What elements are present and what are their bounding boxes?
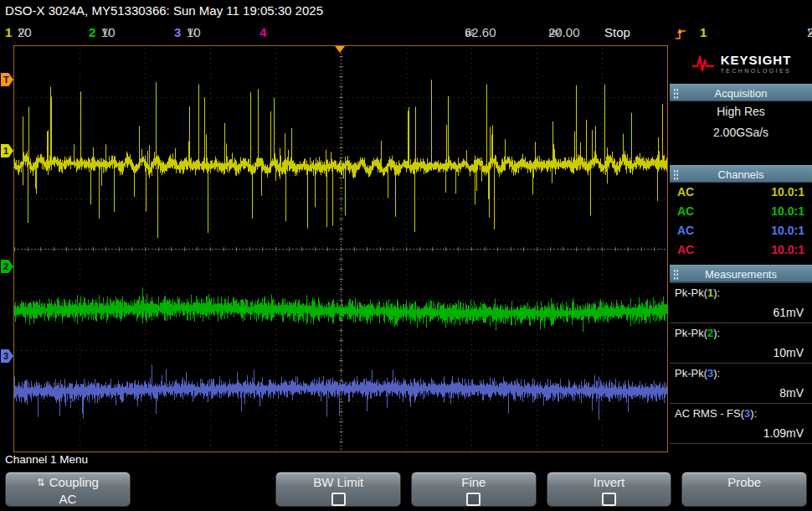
run-state-indicator: Stop	[604, 22, 630, 44]
channels-header: Channels	[670, 165, 812, 183]
acquisition-mode: High Res	[670, 101, 812, 122]
timebase-readout: 20.00µs/	[465, 22, 548, 44]
measurement-value: 10mV	[670, 343, 812, 363]
channel-1-settings-row: AC10.0:1	[670, 183, 812, 202]
waveform-canvas	[14, 46, 667, 452]
waveform-display	[13, 45, 668, 452]
softkey-invert[interactable]: Invert	[547, 472, 672, 507]
measurements-list: Pk-Pk(1):61mVPk-Pk(2):10mVPk-Pk(3):8mVAC…	[670, 282, 812, 444]
grip-icon	[673, 88, 679, 99]
softkey-probe[interactable]: Probe	[681, 472, 807, 507]
trigger-source-readout: 1	[700, 22, 707, 44]
trigger-delay-readout: 62.60µs	[381, 22, 465, 44]
acquisition-header: Acquisition	[670, 84, 812, 101]
marker-2[interactable]: 2	[1, 260, 13, 273]
grip-icon	[673, 169, 679, 180]
keysight-logo: KEYSIGHT TECHNOLOGIES	[670, 44, 812, 84]
marker-t[interactable]: T	[1, 73, 13, 86]
measurements-header: Measurements	[670, 265, 812, 282]
ch3-status-number[interactable]: 3	[174, 22, 181, 44]
title-bar: DSO-X 3024A, MY51330366: Sun May 11 19:0…	[0, 0, 812, 22]
acquisition-sample-rate: 2.00GSa/s	[670, 122, 812, 143]
softkey-label: Invert	[594, 475, 625, 490]
measurement-value: 61mV	[670, 303, 812, 323]
channel-4-settings-row: AC10.0:1	[670, 240, 812, 260]
marker-3[interactable]: 3	[1, 349, 13, 363]
keysight-spark-icon	[691, 53, 716, 75]
softkey-menu-title: Channel 1 Menu	[5, 452, 88, 467]
ch2-status-number[interactable]: 2	[89, 22, 95, 44]
ch1-status-number[interactable]: 1	[5, 22, 12, 44]
grip-icon	[673, 269, 679, 280]
ch4-status-number[interactable]: 4	[260, 22, 266, 44]
softkey-empty-slot	[141, 472, 266, 507]
measurement-cell-3: Pk-Pk(3):8mV	[670, 364, 812, 404]
measurement-cell-4: AC RMS - FS(3):1.09mV	[670, 404, 812, 444]
measurement-cell-1: Pk-Pk(1):61mV	[670, 283, 812, 323]
measurement-cell-2: Pk-Pk(2):10mV	[670, 323, 812, 364]
channel-3-settings-row: AC10.0:1	[670, 221, 812, 240]
channel-settings-list: AC10.0:1AC10.0:1AC10.0:1AC10.0:1	[670, 183, 812, 260]
softkey-bw-limit[interactable]: BW Limit	[275, 472, 401, 507]
softkey-label: Fine	[461, 475, 486, 490]
marker-1[interactable]: 1	[1, 144, 13, 157]
channel-2-settings-row: AC10.0:1	[670, 202, 812, 221]
status-bar: 1 20V/ 2 10V/ 3 10V/ 4 62.60µs 20.00µs/ …	[0, 22, 812, 44]
oscilloscope-screen: DSO-X 3024A, MY51330366: Sun May 11 19:0…	[0, 0, 812, 511]
logo-brand-text: KEYSIGHT	[721, 54, 792, 66]
softkey-label: BW Limit	[313, 475, 363, 490]
softkey-label: Coupling	[49, 475, 99, 490]
trigger-time-marker[interactable]	[335, 46, 345, 53]
measurement-value: 1.09mV	[670, 424, 812, 443]
instrument-id: DSO-X 3024A, MY51330366: Sun May 11 19:0…	[5, 3, 323, 18]
updown-arrows-icon: ⇅	[37, 475, 45, 490]
softkey-label: Probe	[727, 475, 761, 490]
trigger-edge-icon	[675, 26, 686, 39]
checkbox-icon[interactable]	[602, 493, 616, 506]
softkey-value: AC	[59, 492, 76, 506]
logo-sub-text: TECHNOLOGIES	[721, 68, 792, 74]
softkey-coupling[interactable]: ⇅CouplingAC	[5, 472, 131, 507]
checkbox-icon[interactable]	[331, 493, 346, 506]
softkey-fine[interactable]: Fine	[411, 472, 537, 507]
checkbox-icon[interactable]	[466, 493, 481, 506]
softkey-bar: ⇅CouplingACBW LimitFineInvertProbe	[0, 467, 812, 511]
info-sidebar: KEYSIGHT TECHNOLOGIES Acquisition High R…	[670, 44, 812, 452]
measurement-value: 8mV	[670, 384, 812, 403]
